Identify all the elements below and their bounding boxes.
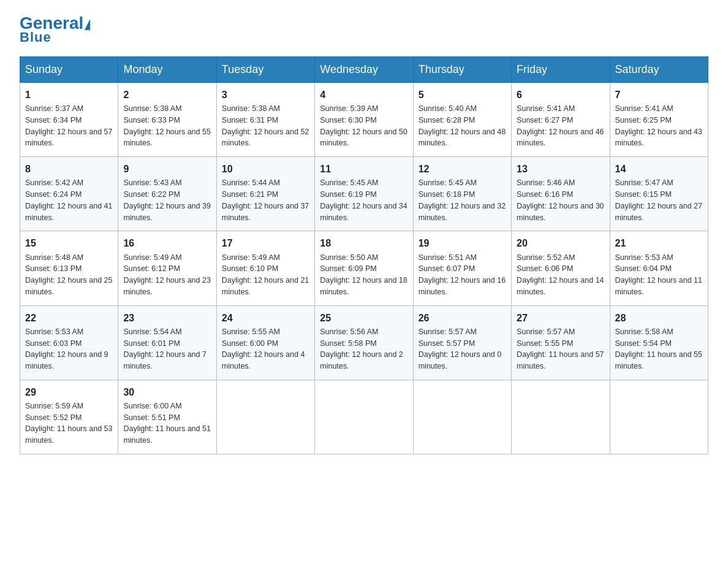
table-row: 19Sunrise: 5:51 AMSunset: 6:07 PMDayligh… <box>413 231 511 305</box>
table-row: 18Sunrise: 5:50 AMSunset: 6:09 PMDayligh… <box>315 231 413 305</box>
day-number: 24 <box>222 311 309 325</box>
table-row: 13Sunrise: 5:46 AMSunset: 6:16 PMDayligh… <box>512 157 610 231</box>
logo-blue: Blue <box>20 29 51 45</box>
day-info: Sunrise: 5:40 AMSunset: 6:28 PMDaylight:… <box>419 103 506 149</box>
day-info: Sunrise: 5:59 AMSunset: 5:52 PMDaylight:… <box>25 400 113 446</box>
table-row: 2Sunrise: 5:38 AMSunset: 6:33 PMDaylight… <box>118 83 216 157</box>
day-info: Sunrise: 5:49 AMSunset: 6:10 PMDaylight:… <box>222 252 309 298</box>
day-number: 9 <box>123 162 211 176</box>
day-number: 4 <box>320 88 408 102</box>
day-number: 10 <box>222 162 309 176</box>
table-row: 17Sunrise: 5:49 AMSunset: 6:10 PMDayligh… <box>216 231 314 305</box>
table-row: 29Sunrise: 5:59 AMSunset: 5:52 PMDayligh… <box>20 380 118 454</box>
table-row: 22Sunrise: 5:53 AMSunset: 6:03 PMDayligh… <box>20 305 118 380</box>
day-info: Sunrise: 5:46 AMSunset: 6:16 PMDaylight:… <box>517 177 604 223</box>
day-info: Sunrise: 5:41 AMSunset: 6:27 PMDaylight:… <box>517 103 604 149</box>
day-number: 16 <box>123 236 211 250</box>
day-number: 23 <box>123 311 211 325</box>
day-number: 8 <box>25 162 113 176</box>
table-row: 27Sunrise: 5:57 AMSunset: 5:55 PMDayligh… <box>512 305 610 380</box>
day-number: 3 <box>222 88 309 102</box>
logo: General Blue <box>20 15 90 45</box>
logo-triangle-icon <box>85 19 90 30</box>
day-number: 13 <box>517 162 604 176</box>
table-row: 9Sunrise: 5:43 AMSunset: 6:22 PMDaylight… <box>118 157 216 231</box>
table-row: 16Sunrise: 5:49 AMSunset: 6:12 PMDayligh… <box>118 231 216 305</box>
table-row: 12Sunrise: 5:45 AMSunset: 6:18 PMDayligh… <box>413 157 511 231</box>
table-row: 25Sunrise: 5:56 AMSunset: 5:58 PMDayligh… <box>315 305 413 380</box>
table-row: 1Sunrise: 5:37 AMSunset: 6:34 PMDaylight… <box>20 83 118 157</box>
table-row: 6Sunrise: 5:41 AMSunset: 6:27 PMDaylight… <box>512 83 610 157</box>
table-row: 14Sunrise: 5:47 AMSunset: 6:15 PMDayligh… <box>610 157 708 231</box>
day-number: 6 <box>517 88 604 102</box>
day-info: Sunrise: 5:39 AMSunset: 6:30 PMDaylight:… <box>320 103 408 149</box>
day-info: Sunrise: 5:56 AMSunset: 5:58 PMDaylight:… <box>320 326 408 372</box>
table-row: 24Sunrise: 5:55 AMSunset: 6:00 PMDayligh… <box>216 305 314 380</box>
day-number: 30 <box>123 385 211 399</box>
day-number: 7 <box>615 88 703 102</box>
day-info: Sunrise: 5:43 AMSunset: 6:22 PMDaylight:… <box>123 177 211 223</box>
day-number: 18 <box>320 236 408 250</box>
col-sunday: Sunday <box>20 57 118 83</box>
day-info: Sunrise: 5:52 AMSunset: 6:06 PMDaylight:… <box>517 252 604 298</box>
table-row: 23Sunrise: 5:54 AMSunset: 6:01 PMDayligh… <box>118 305 216 380</box>
table-row <box>610 380 708 454</box>
day-info: Sunrise: 5:41 AMSunset: 6:25 PMDaylight:… <box>615 103 703 149</box>
table-row: 8Sunrise: 5:42 AMSunset: 6:24 PMDaylight… <box>20 157 118 231</box>
calendar-table: Sunday Monday Tuesday Wednesday Thursday… <box>20 56 708 454</box>
day-info: Sunrise: 5:58 AMSunset: 5:54 PMDaylight:… <box>615 326 703 372</box>
table-row: 5Sunrise: 5:40 AMSunset: 6:28 PMDaylight… <box>413 83 511 157</box>
day-info: Sunrise: 5:55 AMSunset: 6:00 PMDaylight:… <box>222 326 309 372</box>
day-number: 5 <box>419 88 506 102</box>
day-info: Sunrise: 5:47 AMSunset: 6:15 PMDaylight:… <box>615 177 703 223</box>
table-row: 3Sunrise: 5:38 AMSunset: 6:31 PMDaylight… <box>216 83 314 157</box>
table-row: 26Sunrise: 5:57 AMSunset: 5:57 PMDayligh… <box>413 305 511 380</box>
day-number: 22 <box>25 311 113 325</box>
day-info: Sunrise: 5:54 AMSunset: 6:01 PMDaylight:… <box>123 326 211 372</box>
table-row: 4Sunrise: 5:39 AMSunset: 6:30 PMDaylight… <box>315 83 413 157</box>
table-row: 7Sunrise: 5:41 AMSunset: 6:25 PMDaylight… <box>610 83 708 157</box>
day-info: Sunrise: 5:38 AMSunset: 6:31 PMDaylight:… <box>222 103 309 149</box>
table-row <box>413 380 511 454</box>
day-info: Sunrise: 5:38 AMSunset: 6:33 PMDaylight:… <box>123 103 211 149</box>
col-monday: Monday <box>118 57 216 83</box>
col-thursday: Thursday <box>413 57 511 83</box>
day-number: 14 <box>615 162 703 176</box>
day-info: Sunrise: 5:57 AMSunset: 5:55 PMDaylight:… <box>517 326 604 372</box>
day-info: Sunrise: 5:42 AMSunset: 6:24 PMDaylight:… <box>25 177 113 223</box>
table-row: 11Sunrise: 5:45 AMSunset: 6:19 PMDayligh… <box>315 157 413 231</box>
day-number: 29 <box>25 385 113 399</box>
day-number: 21 <box>615 236 703 250</box>
day-number: 28 <box>615 311 703 325</box>
day-info: Sunrise: 6:00 AMSunset: 5:51 PMDaylight:… <box>123 400 211 446</box>
table-row: 15Sunrise: 5:48 AMSunset: 6:13 PMDayligh… <box>20 231 118 305</box>
day-number: 1 <box>25 88 113 102</box>
day-info: Sunrise: 5:37 AMSunset: 6:34 PMDaylight:… <box>25 103 113 149</box>
header: General Blue <box>20 15 708 45</box>
calendar-week-row: 29Sunrise: 5:59 AMSunset: 5:52 PMDayligh… <box>20 380 708 454</box>
day-info: Sunrise: 5:49 AMSunset: 6:12 PMDaylight:… <box>123 252 211 298</box>
day-number: 15 <box>25 236 113 250</box>
table-row: 30Sunrise: 6:00 AMSunset: 5:51 PMDayligh… <box>118 380 216 454</box>
day-number: 25 <box>320 311 408 325</box>
day-info: Sunrise: 5:53 AMSunset: 6:04 PMDaylight:… <box>615 252 703 298</box>
day-number: 17 <box>222 236 309 250</box>
day-info: Sunrise: 5:45 AMSunset: 6:19 PMDaylight:… <box>320 177 408 223</box>
day-info: Sunrise: 5:57 AMSunset: 5:57 PMDaylight:… <box>419 326 506 372</box>
day-info: Sunrise: 5:53 AMSunset: 6:03 PMDaylight:… <box>25 326 113 372</box>
calendar-week-row: 15Sunrise: 5:48 AMSunset: 6:13 PMDayligh… <box>20 231 708 305</box>
day-info: Sunrise: 5:51 AMSunset: 6:07 PMDaylight:… <box>419 252 506 298</box>
day-number: 19 <box>419 236 506 250</box>
table-row: 10Sunrise: 5:44 AMSunset: 6:21 PMDayligh… <box>216 157 314 231</box>
day-number: 20 <box>517 236 604 250</box>
day-number: 2 <box>123 88 211 102</box>
day-number: 12 <box>419 162 506 176</box>
col-tuesday: Tuesday <box>216 57 314 83</box>
col-friday: Friday <box>512 57 610 83</box>
calendar-week-row: 8Sunrise: 5:42 AMSunset: 6:24 PMDaylight… <box>20 157 708 231</box>
table-row <box>512 380 610 454</box>
page: General Blue Sunday Monday Tuesday Wedne… <box>0 0 728 469</box>
day-number: 11 <box>320 162 408 176</box>
table-row <box>315 380 413 454</box>
day-info: Sunrise: 5:44 AMSunset: 6:21 PMDaylight:… <box>222 177 309 223</box>
